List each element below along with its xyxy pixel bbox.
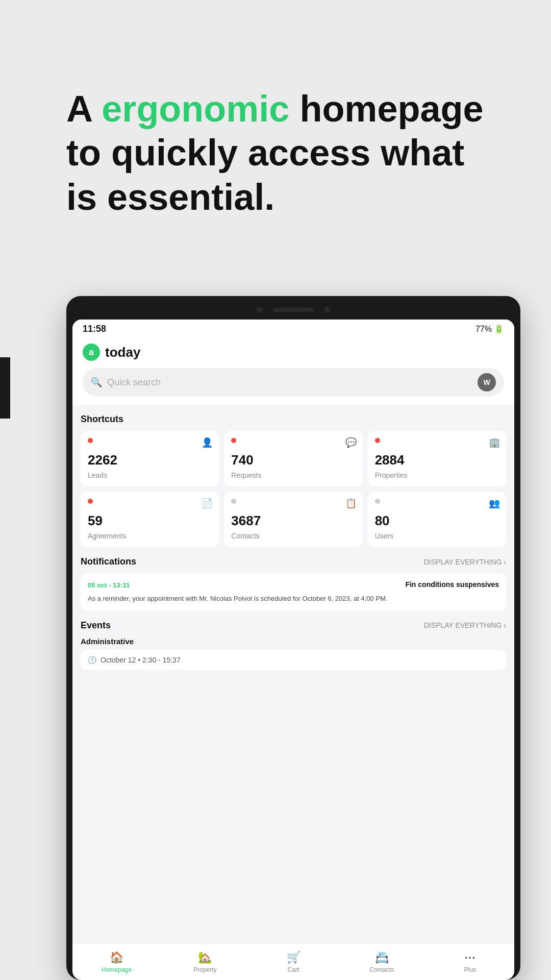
battery-icon: 🔋 <box>494 324 504 334</box>
contacts-label: Contacts <box>231 532 355 540</box>
requests-number: 740 <box>231 452 355 468</box>
agreements-label: Agreements <box>88 532 212 540</box>
notif-title: Fin conditions suspensives <box>405 580 499 589</box>
users-number: 80 <box>375 513 499 529</box>
card-dot-5 <box>375 499 380 504</box>
nav-property[interactable]: 🏡 Property <box>161 951 249 966</box>
nav-contacts[interactable]: 📇 Contacts <box>338 951 426 966</box>
event-time: October 12 • 2:30 - 15:37 <box>101 656 181 664</box>
chevron-right-icon-events: › <box>504 621 506 629</box>
tablet-side-button <box>0 357 10 419</box>
events-display-link[interactable]: DISPLAY EVERYTHING › <box>424 621 506 629</box>
app-title: today <box>105 345 140 360</box>
leads-icon: 👤 <box>202 437 213 448</box>
properties-icon: 🏢 <box>489 437 500 448</box>
contacts-icon: 📋 <box>345 498 357 509</box>
event-category: Administrative <box>81 637 506 646</box>
card-dot-2 <box>375 438 380 443</box>
agreements-icon: 📄 <box>202 498 213 509</box>
bottom-nav: 🏠 Homepage 🏡 Property 🛒 Cart 📇 Contacts … <box>72 943 514 966</box>
tablet-device: 11:58 77% 🔋 a today 🔍 Quick s <box>66 296 520 980</box>
search-bar[interactable]: 🔍 Quick search W <box>83 368 504 397</box>
app-title-row: a today <box>83 344 504 361</box>
notifications-display-link[interactable]: DISPLAY EVERYTHING › <box>424 558 506 566</box>
home-icon: 🏠 <box>110 951 123 964</box>
leads-label: Leads <box>88 471 212 479</box>
shortcuts-grid: 👤 2262 Leads 💬 740 Requests 🏢 <box>81 431 506 547</box>
shortcut-card-users[interactable]: 👥 80 Users <box>368 492 506 547</box>
app-content: 11:58 77% 🔋 a today 🔍 Quick s <box>72 320 514 966</box>
notif-body: As a reminder, your appointment with Mr.… <box>88 594 499 604</box>
card-dot-0 <box>88 438 93 443</box>
app-header: a today 🔍 Quick search W <box>72 338 514 405</box>
hero-prefix: A <box>66 88 102 129</box>
front-sensor <box>324 307 330 313</box>
hero-section: A ergonomic homepage to quickly access w… <box>66 87 485 219</box>
front-camera <box>257 307 263 313</box>
events-header: Events DISPLAY EVERYTHING › <box>81 620 506 631</box>
notifications-title: Notifications <box>81 556 136 567</box>
card-dot-3 <box>88 499 93 504</box>
nav-homepage[interactable]: 🏠 Homepage <box>72 951 161 966</box>
search-input[interactable]: Quick search <box>107 377 472 388</box>
contacts-number: 3687 <box>231 513 355 529</box>
contacts-nav-icon: 📇 <box>375 951 389 964</box>
tablet-top-bar <box>72 302 514 317</box>
properties-label: Properties <box>375 471 499 479</box>
card-dot-1 <box>231 438 236 443</box>
plus-icon: ⋯ <box>464 951 475 964</box>
status-time: 11:58 <box>83 324 106 334</box>
chevron-right-icon: › <box>504 558 506 566</box>
shortcut-card-agreements[interactable]: 📄 59 Agreements <box>81 492 219 547</box>
cart-icon: 🛒 <box>287 951 300 964</box>
shortcut-card-leads[interactable]: 👤 2262 Leads <box>81 431 219 486</box>
shortcut-card-contacts[interactable]: 📋 3687 Contacts <box>224 492 362 547</box>
shortcuts-title: Shortcuts <box>81 414 506 425</box>
event-clock-icon: 🕐 <box>88 656 96 664</box>
status-battery: 77% 🔋 <box>475 324 504 334</box>
user-avatar[interactable]: W <box>478 373 496 391</box>
tablet-screen: 11:58 77% 🔋 a today 🔍 Quick s <box>72 320 514 966</box>
app-main: Shortcuts 👤 2262 Leads 💬 740 Reques <box>72 405 514 966</box>
users-icon: 👥 <box>489 498 500 509</box>
requests-label: Requests <box>231 471 355 479</box>
notif-date: 05 oct - 13:31 <box>88 581 130 589</box>
nav-cart[interactable]: 🛒 Cart <box>249 951 337 966</box>
notification-item[interactable]: 05 oct - 13:31 Fin conditions suspensive… <box>81 573 506 611</box>
leads-number: 2262 <box>88 452 212 468</box>
events-title: Events <box>81 620 111 631</box>
event-item[interactable]: 🕐 October 12 • 2:30 - 15:37 <box>81 650 506 670</box>
hero-accent: ergonomic <box>102 88 289 129</box>
shortcut-card-requests[interactable]: 💬 740 Requests <box>224 431 362 486</box>
notifications-header: Notifications DISPLAY EVERYTHING › <box>81 556 506 567</box>
nav-plus[interactable]: ⋯ Plus <box>426 951 514 966</box>
properties-number: 2884 <box>375 452 499 468</box>
requests-icon: 💬 <box>345 437 357 448</box>
search-icon: 🔍 <box>91 377 102 388</box>
card-dot-4 <box>231 499 236 504</box>
agreements-number: 59 <box>88 513 212 529</box>
property-icon: 🏡 <box>198 951 212 964</box>
status-bar: 11:58 77% 🔋 <box>72 320 514 338</box>
tablet-speaker <box>273 308 314 312</box>
shortcut-card-properties[interactable]: 🏢 2884 Properties <box>368 431 506 486</box>
app-logo: a <box>83 344 100 361</box>
users-label: Users <box>375 532 499 540</box>
